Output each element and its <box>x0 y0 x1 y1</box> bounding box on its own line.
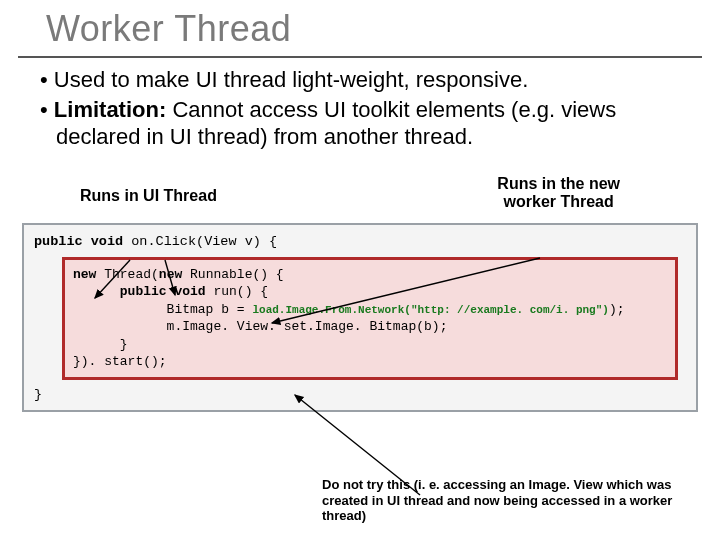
footnote: Do not try this (i. e. accessing an Imag… <box>322 477 692 524</box>
code-outer-close: } <box>34 386 686 404</box>
code-inner-6: }). start(); <box>73 353 667 371</box>
caption-worker-thread: Runs in the newworker Thread <box>497 175 620 212</box>
code-inner-3: Bitmap b = load.Image.From.Network("http… <box>73 301 667 319</box>
bullet-list: Used to make UI thread light-weight, res… <box>0 66 720 159</box>
code-inner-4: m.Image. View. set.Image. Bitmap(b); <box>73 318 667 336</box>
page-title: Worker Thread <box>18 0 702 58</box>
code-block-inner: new Thread(new Runnable() { public void … <box>62 257 678 380</box>
code-block-outer: public void on.Click(View v) { new Threa… <box>22 223 698 413</box>
code-inner-1: new Thread(new Runnable() { <box>73 266 667 284</box>
caption-ui-thread: Runs in UI Thread <box>80 187 217 205</box>
bullet-2: Limitation: Cannot access UI toolkit ele… <box>40 96 692 151</box>
bullet-1: Used to make UI thread light-weight, res… <box>40 66 692 94</box>
code-inner-2: public void run() { <box>73 283 667 301</box>
code-inner-5: } <box>73 336 667 354</box>
caption-row: Runs in UI Thread Runs in the newworker … <box>0 159 720 223</box>
code-outer-open: public void on.Click(View v) { <box>34 233 686 251</box>
bullet-2-strong: Limitation: <box>54 97 166 122</box>
